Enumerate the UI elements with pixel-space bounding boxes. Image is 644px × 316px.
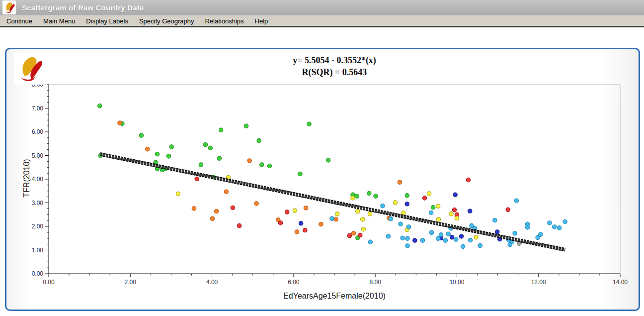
- x-tick-label: 6.00: [288, 279, 300, 286]
- y-tick-label: 7.00: [32, 105, 44, 112]
- data-point-orange: [224, 190, 228, 194]
- data-point-green: [374, 194, 378, 198]
- data-point-blue: [453, 193, 457, 197]
- data-point-red: [285, 210, 289, 214]
- data-point-green: [203, 142, 207, 146]
- data-point-orange: [319, 222, 323, 226]
- scatter-plot: 0.002.004.006.008.0010.0012.0014.000.001…: [6, 49, 636, 307]
- data-point-orange: [351, 231, 355, 235]
- y-tick-label: 3.00: [32, 200, 44, 207]
- data-point-cyan: [401, 236, 404, 240]
- data-point-green: [355, 194, 359, 198]
- data-point-yellow: [474, 235, 478, 239]
- y-tick-label: 4.00: [32, 176, 44, 183]
- menu-item-specify-geography[interactable]: Specify Geography: [134, 15, 200, 27]
- data-point-green: [169, 145, 173, 149]
- data-point-yellow: [436, 204, 440, 208]
- data-point-cyan: [405, 236, 409, 240]
- data-point-green: [326, 158, 330, 162]
- data-point-orange: [254, 202, 258, 206]
- data-point-cyan: [399, 222, 402, 226]
- data-point-cyan: [439, 232, 443, 236]
- chart-panel: y= 5.5054 - 0.3552*(x) R(SQR) = 0.5643 T…: [5, 48, 640, 311]
- data-point-yellow: [393, 201, 397, 205]
- data-point-red: [506, 208, 510, 211]
- data-point-cyan: [514, 199, 518, 203]
- menu-item-relationships[interactable]: Relationships: [199, 15, 249, 27]
- data-point-red: [452, 208, 456, 212]
- y-tick-label: 6.00: [32, 128, 44, 135]
- data-point-green: [97, 104, 101, 108]
- data-point-blue: [450, 235, 454, 239]
- menu-item-continue[interactable]: Continue: [1, 15, 38, 27]
- data-point-red: [303, 228, 307, 232]
- title-bar: Scattergram of Raw Country Data: [0, 0, 644, 15]
- data-point-orange: [304, 206, 308, 210]
- y-tick-label: 1.00: [32, 247, 44, 254]
- data-point-red: [278, 221, 282, 225]
- data-point-red: [195, 177, 199, 181]
- x-tick-label: 12.00: [531, 279, 546, 286]
- data-point-cyan: [420, 238, 424, 242]
- menu-bar: ContinueMain MenuDisplay LabelsSpecify G…: [0, 15, 644, 27]
- data-point-orange: [398, 180, 402, 184]
- y-tick-label: 0.00: [32, 270, 44, 277]
- data-point-green: [139, 133, 143, 137]
- data-point-green: [298, 172, 302, 176]
- data-point-green: [267, 164, 271, 168]
- data-point-yellow: [449, 212, 453, 216]
- data-point-cyan: [478, 243, 482, 247]
- data-point-red: [358, 233, 362, 237]
- data-point-cyan: [508, 242, 512, 246]
- menu-item-main-menu[interactable]: Main Menu: [38, 15, 80, 27]
- data-point-blue: [299, 221, 303, 225]
- data-point-yellow: [176, 192, 180, 196]
- x-tick-label: 2.00: [125, 279, 137, 286]
- data-point-green: [244, 124, 248, 128]
- data-point-yellow: [361, 227, 365, 231]
- data-point-green: [166, 154, 170, 158]
- regression-equation: y= 5.5054 - 0.3552*(x): [49, 55, 620, 66]
- data-point-cyan: [443, 238, 447, 242]
- data-point-orange: [118, 121, 122, 125]
- data-point-cyan: [525, 225, 529, 229]
- data-point-green: [155, 152, 159, 156]
- data-point-green: [431, 205, 435, 209]
- data-point-green: [367, 191, 371, 195]
- x-axis-title: EdYearsAge15Female(2010): [49, 292, 620, 301]
- data-point-green: [260, 163, 264, 167]
- data-point-red: [466, 178, 470, 182]
- data-point-blue: [468, 209, 472, 213]
- data-point-orange: [334, 217, 338, 221]
- data-point-orange: [247, 159, 251, 163]
- y-axis-title: TFR(2010): [22, 138, 32, 218]
- data-point-blue: [405, 202, 409, 206]
- menu-item-display-labels[interactable]: Display Labels: [80, 15, 134, 27]
- data-point-cyan: [493, 218, 497, 222]
- data-point-red: [237, 223, 241, 227]
- data-point-cyan: [548, 221, 552, 225]
- data-point-cyan: [429, 211, 433, 214]
- data-point-yellow: [360, 217, 364, 221]
- app-logo-box: [2, 0, 16, 14]
- data-point-green: [217, 156, 221, 160]
- x-tick-label: 8.00: [369, 279, 381, 286]
- data-point-green: [199, 163, 203, 167]
- data-point-orange: [192, 207, 196, 211]
- data-point-cyan: [461, 244, 465, 248]
- data-point-cyan: [429, 230, 433, 234]
- data-point-cyan: [557, 226, 561, 230]
- menu-item-help[interactable]: Help: [249, 15, 274, 27]
- data-point-yellow: [455, 216, 459, 220]
- data-point-cyan: [330, 216, 334, 220]
- data-point-green: [307, 122, 311, 126]
- data-point-cyan: [406, 225, 410, 229]
- data-point-blue: [459, 234, 463, 238]
- data-point-orange: [214, 209, 218, 213]
- data-point-cyan: [539, 232, 543, 236]
- data-point-orange: [210, 216, 214, 220]
- data-point-cyan: [386, 234, 390, 238]
- data-point-cyan: [381, 204, 385, 208]
- data-point-yellow: [293, 209, 297, 212]
- plot-frame: [49, 85, 620, 274]
